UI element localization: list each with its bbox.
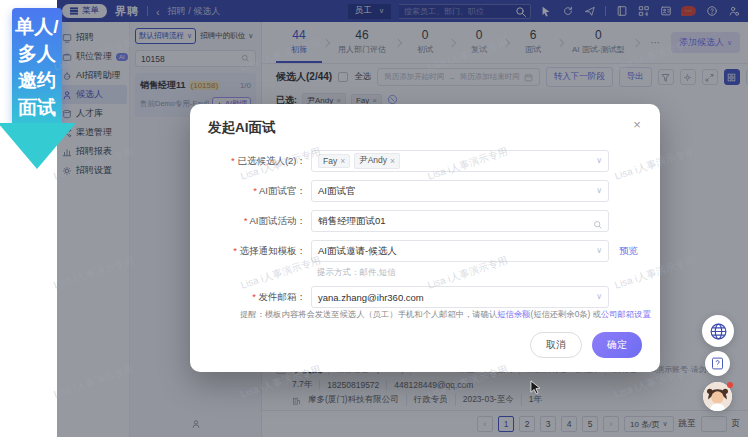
confirm-button[interactable]: 确定 (592, 332, 642, 358)
candidate-tag[interactable]: Fay (318, 154, 350, 168)
candidate-tag[interactable]: 尹Andy (354, 153, 400, 169)
interviewer-field-label: AI面试官： (190, 185, 306, 198)
help-book-icon (710, 356, 725, 371)
page: 菜单 界聘 招聘 / 候选人 员工 (0, 0, 748, 437)
cancel-button[interactable]: 取消 (530, 332, 582, 358)
interviewer-select[interactable]: AI面试官 (311, 180, 609, 202)
notification-dot (727, 382, 733, 388)
template-value: AI面试邀请-候选人 (318, 245, 397, 258)
modal-form: 已选候选人(2)： Fay 尹Andy AI面试官： AI面试官 (190, 150, 660, 316)
activity-field-label: AI面试活动： (190, 215, 306, 228)
modal-title: 发起AI面试 (208, 119, 276, 137)
sender-email-value: yana.zhang@ihr360.com (318, 292, 424, 303)
company-email-settings-link[interactable]: 公司邮箱设置 (601, 309, 651, 319)
promo-banner-text: 单人/多人邀约面试 (12, 8, 62, 123)
activity-select[interactable]: 销售经理面试01 (311, 210, 609, 232)
preview-link[interactable]: 预览 (619, 245, 638, 258)
note-text: (短信还剩余0条) 或 (530, 309, 601, 319)
interviewer-value: AI面试官 (318, 185, 355, 198)
template-field-label: 选择通知模板： (190, 245, 306, 258)
candidates-select[interactable]: Fay 尹Andy (311, 150, 609, 172)
language-globe-button[interactable] (702, 315, 734, 347)
globe-icon (709, 322, 728, 341)
notify-method-hint: 提示方式：邮件,短信 (317, 267, 660, 279)
note-text: 提醒：模板内容将会发送至候选人（员工）手机和个人邮箱中，请确认 (240, 309, 497, 319)
sender-email-select[interactable]: yana.zhang@ihr360.com (311, 286, 609, 308)
user-avatar[interactable] (703, 382, 732, 411)
remove-tag-icon[interactable] (340, 156, 345, 166)
sms-balance-link[interactable]: 短信余额 (497, 309, 530, 319)
remove-tag-icon[interactable] (390, 156, 395, 166)
help-guide-button[interactable] (705, 351, 730, 376)
candidate-tag-name: Fay (323, 156, 337, 166)
candidates-field-label: 已选候选人(2)： (190, 155, 306, 168)
hint-label: 提示方式： (317, 267, 360, 277)
mouse-cursor (530, 380, 545, 395)
candidate-tag-name: 尹Andy (359, 155, 387, 167)
close-icon[interactable] (628, 115, 646, 133)
ai-interview-modal: 发起AI面试 已选候选人(2)： Fay 尹Andy AI面试官： (190, 104, 660, 372)
promo-banner: 单人/多人邀约面试 (12, 8, 62, 169)
activity-value: 销售经理面试01 (318, 215, 386, 228)
template-select[interactable]: AI面试邀请-候选人 (311, 240, 609, 262)
sender-field-label: 发件邮箱： (190, 291, 306, 304)
hint-value: 邮件,短信 (360, 267, 396, 277)
modal-note: 提醒：模板内容将会发送至候选人（员工）手机和个人邮箱中，请确认短信余额(短信还剩… (240, 309, 646, 320)
modal-buttons: 取消 确定 (530, 332, 642, 358)
search-icon (593, 216, 603, 226)
